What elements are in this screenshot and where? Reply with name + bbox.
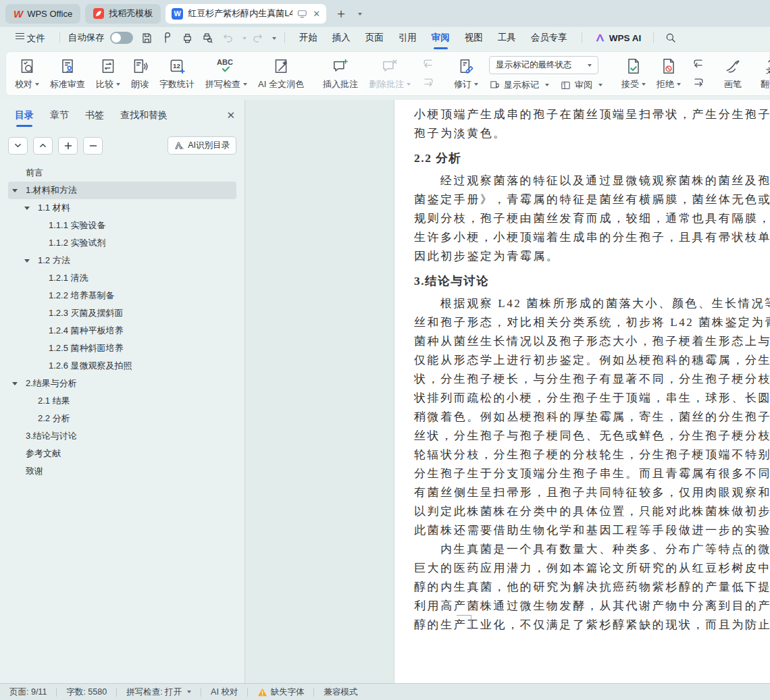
- toc-item[interactable]: 3.结论与讨论: [8, 427, 236, 445]
- delete-comment-icon: [381, 57, 399, 75]
- sidebar-tab-chapters[interactable]: 章节: [50, 109, 69, 122]
- page-indicator[interactable]: 页面: 9/11: [9, 686, 47, 698]
- doc-text-line: 利用高产菌株通过微生物发酵，从其代谢产物中分离到目的产物: [414, 597, 770, 616]
- toc-expand-arrow-icon[interactable]: [24, 207, 38, 210]
- toc-item[interactable]: 致谢: [8, 462, 236, 480]
- standard-review-button[interactable]: 标准审查: [50, 57, 85, 90]
- tab-list-chevron-icon[interactable]: [355, 7, 362, 20]
- menu-page[interactable]: 页面: [359, 29, 390, 47]
- new-tab-button[interactable]: ＋: [331, 5, 351, 22]
- menu-insert[interactable]: 插入: [326, 29, 357, 47]
- toc-item[interactable]: 2.1 结果: [8, 392, 236, 410]
- toc-item-label: 1.1.2 实验试剂: [49, 237, 106, 249]
- insert-comment-icon: [332, 57, 349, 75]
- reject-button[interactable]: 拒绝: [657, 57, 681, 90]
- toc-item-label: 致谢: [26, 465, 43, 477]
- missing-font-warning[interactable]: 缺失字体: [257, 686, 304, 698]
- spell-check-button[interactable]: ABC 拼写检查: [205, 57, 247, 90]
- ink-brush-button[interactable]: 画笔: [724, 57, 742, 90]
- ai-polish-button[interactable]: AI 全文润色: [258, 57, 304, 90]
- toc-item[interactable]: 1.2 方法: [8, 252, 236, 269]
- compare-button[interactable]: 比较: [96, 57, 120, 90]
- toc-expand-all-button[interactable]: [58, 137, 78, 155]
- next-comment-icon[interactable]: [421, 76, 435, 90]
- menu-review[interactable]: 审阅: [426, 29, 456, 47]
- previous-change-icon[interactable]: [692, 57, 705, 71]
- doc-text-line: 稍微着色。例如丛梗孢科的厚垫霉属，寄生，菌丝的分生孢子梗: [414, 408, 770, 427]
- toc-item-label: 1.1.1 实验设备: [49, 219, 106, 232]
- toc-item[interactable]: 1.1.2 实验试剂: [8, 234, 236, 252]
- toc-item[interactable]: 1.2.5 菌种斜面培养: [8, 340, 236, 357]
- toc-item[interactable]: 参考文献: [8, 445, 236, 462]
- menu-tools[interactable]: 工具: [492, 29, 522, 47]
- toc-item[interactable]: 1.材料和方法: [8, 182, 236, 199]
- toc-item[interactable]: 1.1 材料: [8, 199, 236, 217]
- word-count-indicator[interactable]: 字数: 5580: [66, 686, 107, 698]
- word-count-button[interactable]: 12 字数统计: [159, 57, 195, 90]
- tab-label: 找稻壳模板: [109, 7, 153, 20]
- translate-button[interactable]: 文 A 翻译: [761, 57, 770, 90]
- tab-docer-templates[interactable]: 找稻壳模板: [85, 4, 161, 24]
- toc-item[interactable]: 1.2.6 显微观察及拍照: [8, 357, 236, 375]
- ai-proofread-status[interactable]: AI 校对: [211, 686, 238, 698]
- menu-member[interactable]: 会员专享: [525, 29, 573, 47]
- print-preview-button[interactable]: [199, 30, 217, 46]
- toc-previous-button[interactable]: [33, 137, 53, 155]
- delete-comment-button[interactable]: 删除批注: [369, 57, 411, 90]
- read-aloud-button[interactable]: 朗读: [131, 57, 149, 90]
- close-tab-icon[interactable]: ✕: [313, 9, 320, 19]
- sidebar-tab-bookmarks[interactable]: 书签: [85, 109, 104, 122]
- toc-item[interactable]: 1.2.1 清洗: [8, 269, 236, 287]
- toc-item-label: 3.结论与讨论: [26, 430, 77, 442]
- toc-item[interactable]: 2.2 分析: [8, 410, 236, 427]
- doc-text-line: 小梗顶端产生成串的孢子在菌丝顶端呈扫帚状，产生分生孢子，: [414, 105, 770, 124]
- tab-document[interactable]: W 红豆杉产紫杉醇内生真菌L42菌 ✕: [165, 4, 326, 24]
- file-menu[interactable]: 文件: [9, 28, 51, 47]
- tab-wps-office[interactable]: W WPS Office: [5, 4, 80, 24]
- show-markup-button[interactable]: 显示标记: [489, 79, 549, 91]
- toc-expand-arrow-icon[interactable]: [24, 259, 38, 263]
- menu-view[interactable]: 视图: [459, 29, 489, 47]
- search-icon[interactable]: [662, 30, 679, 46]
- wps-ai-button[interactable]: WPS AI: [590, 32, 646, 43]
- toc-item[interactable]: 1.2.4 菌种平板培养: [8, 322, 236, 340]
- insert-comment-button[interactable]: 插入批注: [323, 57, 358, 90]
- doc-text-line: 醇的内生真菌，他的研究为解决抗癌药物紫杉醇的产量低下提供: [414, 578, 770, 597]
- toc-next-button[interactable]: [8, 137, 28, 155]
- toc-collapse-all-button[interactable]: [83, 137, 103, 155]
- save-button[interactable]: [138, 30, 156, 46]
- compatibility-mode-indicator[interactable]: 兼容模式: [324, 686, 357, 698]
- redo-button[interactable]: [249, 30, 267, 46]
- undo-button[interactable]: [220, 30, 237, 46]
- toc-item[interactable]: 1.1.1 实验设备: [8, 217, 236, 234]
- sidebar-tab-contents[interactable]: 目录: [15, 109, 34, 122]
- spell-check-status[interactable]: 拼写检查: 打开: [126, 686, 191, 698]
- toc-item[interactable]: 1.2.2 培养基制备: [8, 287, 236, 304]
- menu-reference[interactable]: 引用: [392, 29, 423, 47]
- next-change-icon[interactable]: [692, 76, 705, 90]
- print-button[interactable]: [179, 30, 197, 46]
- toc-item-label: 1.2.1 清洗: [49, 272, 88, 284]
- ai-recognize-toc-button[interactable]: AI识别目录: [168, 136, 236, 155]
- autosave-toggle[interactable]: [110, 32, 133, 44]
- document-page[interactable]: 小梗顶端产生成串的孢子在菌丝顶端呈扫帚状，产生分生孢子，孢子为淡黄色。2.2 分…: [394, 100, 770, 683]
- previous-comment-icon[interactable]: [421, 57, 435, 71]
- export-pdf-button[interactable]: [159, 30, 176, 46]
- proofread-button[interactable]: 校对: [15, 57, 39, 90]
- close-sidebar-icon[interactable]: ✕: [226, 109, 235, 122]
- markup-state-dropdown[interactable]: 显示标记的最终状态: [489, 56, 598, 74]
- toc-item[interactable]: 1.2.3 灭菌及摆斜面: [8, 304, 236, 322]
- toc-expand-arrow-icon[interactable]: [12, 382, 26, 385]
- toc-expand-arrow-icon[interactable]: [12, 189, 26, 192]
- track-changes-button[interactable]: 修订: [454, 57, 478, 90]
- sidebar-tab-find-replace[interactable]: 查找和替换: [120, 109, 168, 122]
- undo-chevron-icon[interactable]: [240, 32, 247, 44]
- doc-text-line: 菌鉴定手册》，青霉属的特征是菌丝有横膈膜，菌丝体无色或浅: [414, 190, 770, 209]
- toc-item[interactable]: 2.结果与分析: [8, 375, 236, 392]
- accept-button[interactable]: 接受: [621, 57, 646, 90]
- menu-home[interactable]: 开始: [293, 29, 324, 47]
- quick-access-chevron-icon[interactable]: [270, 32, 276, 44]
- svg-text:12: 12: [173, 62, 180, 70]
- toc-item[interactable]: 前言: [8, 164, 236, 182]
- review-pane-button[interactable]: 审阅: [560, 79, 602, 91]
